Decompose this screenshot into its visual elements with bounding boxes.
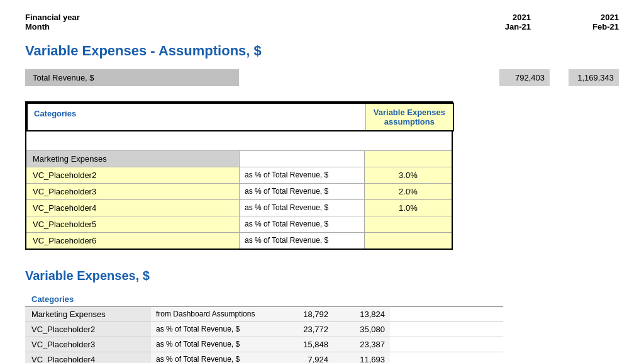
assumptions-row: Marketing Expenses — [26, 150, 452, 167]
assumptions-table: Categories Variable Expenses assumptions… — [25, 101, 453, 250]
col2-month: Feb-21 — [569, 22, 619, 31]
ve-val2-cell: 35,080 — [333, 322, 390, 337]
assumptions-rows: Marketing ExpensesVC_Placeholder2as % of… — [26, 150, 452, 249]
total-revenue-label: Total Revenue, $ — [25, 69, 239, 86]
ve-formula-cell: as % of Total Revenue, $ — [151, 322, 277, 337]
ve-table-row: VC_Placeholder4as % of Total Revenue, $7… — [25, 352, 503, 363]
assumptions-cat-cell: VC_Placeholder6 — [26, 233, 239, 249]
ve-val2-cell: 11,693 — [333, 352, 390, 363]
assumptions-pct-cell: 2.0% — [364, 184, 452, 199]
col2-fy: 2021 — [569, 13, 619, 22]
total-revenue-col2: 1,169,343 — [569, 69, 619, 86]
assumptions-formula-cell: as % of Total Revenue, $ — [239, 167, 364, 183]
ve-table-row: VC_Placeholder2as % of Total Revenue, $2… — [25, 321, 503, 337]
fy-label: Financial year — [25, 13, 80, 22]
col1-month: Jan-21 — [480, 22, 531, 31]
assumptions-formula-cell — [239, 151, 364, 167]
assumptions-pct-cell: 1.0% — [364, 200, 452, 216]
total-revenue-row: Total Revenue, $ 792,403 1,169,343 — [25, 69, 619, 86]
col1-fy: 2021 — [480, 13, 531, 22]
ve-cat-cell: Marketing Expenses — [25, 307, 151, 321]
assumptions-cat-cell: VC_Placeholder3 — [26, 184, 239, 199]
header-left: Financial year Month — [25, 13, 80, 31]
ve-val2-cell: 13,824 — [333, 307, 390, 321]
assumptions-cat-cell: Marketing Expenses — [26, 151, 239, 167]
ve-cat-cell: VC_Placeholder3 — [25, 337, 151, 352]
section1-title: Variable Expenses - Assumptions, $ — [25, 43, 619, 59]
ve-formula-cell: as % of Total Revenue, $ — [151, 352, 277, 363]
ve-rows: Marketing Expensesfrom Dashboard Assumpt… — [25, 306, 503, 363]
total-revenue-values: 792,403 1,169,343 — [499, 69, 619, 86]
ve-table-row: Marketing Expensesfrom Dashboard Assumpt… — [25, 306, 503, 321]
assumptions-pct-cell — [364, 216, 452, 232]
section2-title: Variable Expenses, $ — [25, 269, 619, 283]
ve-table: Categories Marketing Expensesfrom Dashbo… — [25, 292, 503, 363]
ve-val1-cell: 15,848 — [277, 337, 333, 352]
header-col2: 2021 Feb-21 — [569, 13, 619, 31]
assumptions-cat-cell: VC_Placeholder4 — [26, 200, 239, 216]
ve-val1-cell: 7,924 — [277, 352, 333, 363]
header-right: 2021 Jan-21 2021 Feb-21 — [480, 13, 619, 31]
month-label: Month — [25, 22, 80, 31]
header-col1: 2021 Jan-21 — [480, 13, 531, 31]
assumptions-formula-cell: as % of Total Revenue, $ — [239, 216, 364, 232]
assumptions-pct-cell — [364, 233, 452, 249]
assumptions-formula-cell: as % of Total Revenue, $ — [239, 200, 364, 216]
page-header: Financial year Month 2021 Jan-21 2021 Fe… — [25, 13, 619, 31]
ve-formula-cell: as % of Total Revenue, $ — [151, 337, 277, 352]
ve-val2-cell: 23,387 — [333, 337, 390, 352]
assumptions-row: VC_Placeholder4as % of Total Revenue, $1… — [26, 199, 452, 216]
ve-val1-cell: 18,792 — [277, 307, 333, 321]
ve-cat-cell: VC_Placeholder4 — [25, 352, 151, 363]
assumptions-pct-cell — [364, 151, 452, 167]
assumptions-row: VC_Placeholder6as % of Total Revenue, $ — [26, 232, 452, 249]
ve-cat-cell: VC_Placeholder2 — [25, 322, 151, 337]
total-revenue-col1: 792,403 — [499, 69, 550, 86]
ve-categories-header: Categories — [25, 292, 239, 306]
ve-val1-cell: 23,772 — [277, 322, 333, 337]
col-ve-assumptions-header: Variable Expenses assumptions — [365, 104, 453, 130]
assumptions-cat-cell: VC_Placeholder5 — [26, 216, 239, 232]
assumptions-cat-cell: VC_Placeholder2 — [26, 167, 239, 183]
ve-table-header: Categories — [25, 292, 503, 306]
ve-table-row: VC_Placeholder3as % of Total Revenue, $1… — [25, 337, 503, 352]
assumptions-formula-cell: as % of Total Revenue, $ — [239, 233, 364, 249]
assumptions-formula-cell: as % of Total Revenue, $ — [239, 184, 364, 199]
ve-formula-cell: from Dashboard Assumptions — [151, 307, 277, 321]
assumptions-row: VC_Placeholder5as % of Total Revenue, $ — [26, 216, 452, 232]
col-categories-header: Categories — [28, 104, 240, 130]
assumptions-row: VC_Placeholder2as % of Total Revenue, $3… — [26, 167, 452, 183]
assumptions-pct-cell: 3.0% — [364, 167, 452, 183]
assumptions-table-header: Categories Variable Expenses assumptions — [26, 103, 454, 131]
assumptions-row: VC_Placeholder3as % of Total Revenue, $2… — [26, 183, 452, 199]
